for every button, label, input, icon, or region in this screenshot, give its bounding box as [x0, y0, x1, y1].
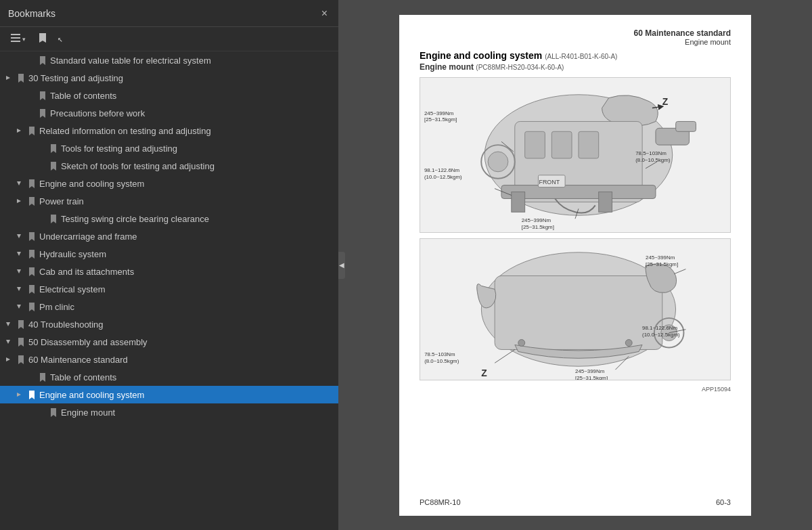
svg-text:(10.0~12.5kgm): (10.0~12.5kgm) [424, 173, 462, 179]
tree-item-label: Related information on testing and adjus… [39, 126, 336, 136]
svg-marker-10 [17, 287, 21, 291]
page-header-title: 60 Maintenance standard [634, 28, 731, 38]
svg-text:Z: Z [481, 368, 487, 378]
dropdown-arrow: ▾ [22, 36, 26, 43]
chevron-left-icon: ◀ [339, 261, 344, 269]
bookmark-icon [49, 143, 58, 153]
bookmark-icon [27, 179, 37, 188]
svg-marker-15 [17, 393, 21, 397]
expand-button[interactable] [3, 319, 14, 330]
expand-button[interactable] [14, 196, 24, 206]
svg-marker-14 [6, 357, 10, 361]
bookmark-icon [49, 407, 58, 417]
tree-item-label: Testing swing circle bearing clearance [61, 214, 336, 224]
tree-item-hydraulic[interactable]: Hydraulic system [0, 245, 338, 263]
tree-item-sketch-tools[interactable]: Sketch of tools for testing and adjustin… [0, 157, 338, 175]
tree-item-50-disassembly[interactable]: 50 Disassembly and assembly [0, 333, 338, 351]
svg-marker-7 [17, 234, 21, 238]
svg-rect-45 [495, 275, 662, 349]
bookmark-icon [49, 161, 58, 171]
svg-marker-4 [17, 129, 21, 133]
bookmark-icon [27, 267, 37, 276]
collapse-handle[interactable]: ◀ [338, 252, 345, 279]
tree-item-electrical[interactable]: Electrical system [0, 280, 338, 298]
tree-item-label: Cab and its attachments [39, 267, 336, 277]
tree-item-engine-cooling-30[interactable]: Engine and cooling system [0, 175, 338, 192]
tree-item-label: Table of contents [50, 91, 336, 101]
tree-item-table-of-contents-1[interactable]: Table of contents [0, 87, 338, 104]
tree-item-engine-mount[interactable]: Engine mount [0, 403, 338, 421]
tree-item-undercarriage[interactable]: Undercarriage and frame [0, 227, 338, 245]
tree-item-40-troubleshooting[interactable]: 40 Troubleshooting [0, 315, 338, 333]
expand-button [24, 90, 35, 101]
sidebar-header-icons: × [319, 6, 330, 21]
tree-item-label: Standard value table for electrical syst… [50, 56, 336, 66]
svg-text:(8.0~10.5kgm): (8.0~10.5kgm) [635, 156, 671, 162]
expand-button[interactable] [14, 389, 24, 400]
svg-text:245~399Nm: 245~399Nm [575, 368, 605, 374]
list-view-button[interactable]: ▾ [5, 30, 30, 47]
sidebar-content[interactable]: Standard value table for electrical syst… [0, 51, 338, 530]
expand-button[interactable] [3, 336, 14, 347]
svg-text:(10.0~12.5kgm): (10.0~12.5kgm) [642, 331, 680, 337]
svg-line-51 [675, 269, 686, 273]
svg-line-53 [495, 349, 515, 363]
document-page: 60 Maintenance standard Engine mount Eng… [399, 15, 751, 516]
tree-item-precautions[interactable]: Precautions before work [0, 104, 338, 122]
bookmark-icon [27, 196, 37, 206]
page-header-subtitle: Engine mount [634, 38, 731, 46]
tree-item-tools-testing[interactable]: Tools for testing and adjusting [0, 139, 338, 157]
svg-rect-1 [11, 37, 20, 39]
bookmark-icon [27, 284, 37, 294]
page-header: 60 Maintenance standard Engine mount [420, 28, 731, 46]
bookmark-view-button[interactable] [33, 30, 52, 47]
svg-text:98.1~122.6Nm: 98.1~122.6Nm [424, 167, 460, 173]
tree-item-label: Pm clinic [39, 302, 336, 312]
doc-section-title: Engine and cooling system (ALL-R401-B01-… [420, 50, 731, 61]
expand-button[interactable] [14, 284, 24, 294]
tree-item-30-testing[interactable]: 30 Testing and adjusting [0, 69, 338, 87]
expand-button[interactable] [14, 301, 24, 312]
tree-item-related-info[interactable]: Related information on testing and adjus… [0, 122, 338, 139]
svg-text:245~399Nm: 245~399Nm [424, 110, 454, 116]
expand-button[interactable] [3, 72, 14, 83]
tree-item-power-train[interactable]: Power train [0, 192, 338, 210]
page-footer-number: 60-3 [716, 498, 731, 506]
svg-text:FRONT: FRONT [539, 178, 560, 185]
bookmark-icon [38, 372, 47, 382]
doc-section-subtitle: Engine mount (PC88MR-HS20-034-K-60-A) [420, 62, 731, 72]
expand-button [35, 407, 46, 418]
sidebar-title: Bookmarks [8, 8, 55, 19]
tree-item-label: 60 Maintenance standard [28, 355, 336, 365]
expand-button[interactable] [14, 266, 24, 277]
tree-item-engine-cooling-60[interactable]: Engine and cooling system [0, 386, 338, 403]
expand-button[interactable] [14, 178, 24, 189]
expand-button[interactable] [14, 248, 24, 259]
doc-title-code: (ALL-R401-B01-K-60-A) [545, 53, 617, 60]
expand-button[interactable] [3, 354, 14, 365]
tree-item-label: Power train [39, 196, 336, 206]
tree-item-label: Tools for testing and adjusting [61, 143, 336, 154]
tree-item-label: Undercarriage and frame [39, 231, 336, 242]
tree-item-testing-swing[interactable]: Testing swing circle bearing clearance [0, 210, 338, 227]
tree-item-60-maintenance[interactable]: 60 Maintenance standard [0, 351, 338, 368]
expand-button[interactable] [14, 231, 24, 242]
app-number: APP15094 [420, 386, 731, 393]
svg-marker-9 [17, 269, 21, 273]
svg-rect-2 [11, 41, 20, 42]
tree-item-cab[interactable]: Cab and its attachments [0, 263, 338, 280]
svg-text:78.5~103Nm: 78.5~103Nm [635, 150, 667, 156]
tree-item-std-val-electrical[interactable]: Standard value table for electrical syst… [0, 51, 338, 69]
sidebar-header: Bookmarks × [0, 0, 338, 27]
tree-item-pm-clinic[interactable]: Pm clinic [0, 298, 338, 315]
bookmark-icon [16, 337, 26, 347]
svg-rect-26 [512, 192, 525, 212]
expand-button[interactable] [14, 125, 24, 136]
svg-marker-8 [17, 252, 21, 256]
page-footer-model: PC88MR-10 [420, 498, 461, 506]
svg-point-49 [625, 339, 632, 346]
close-button[interactable]: × [319, 6, 330, 21]
page-footer: PC88MR-10 60-3 [420, 498, 731, 506]
bookmark-icon [38, 32, 47, 45]
tree-item-table-of-contents-2[interactable]: Table of contents [0, 368, 338, 386]
